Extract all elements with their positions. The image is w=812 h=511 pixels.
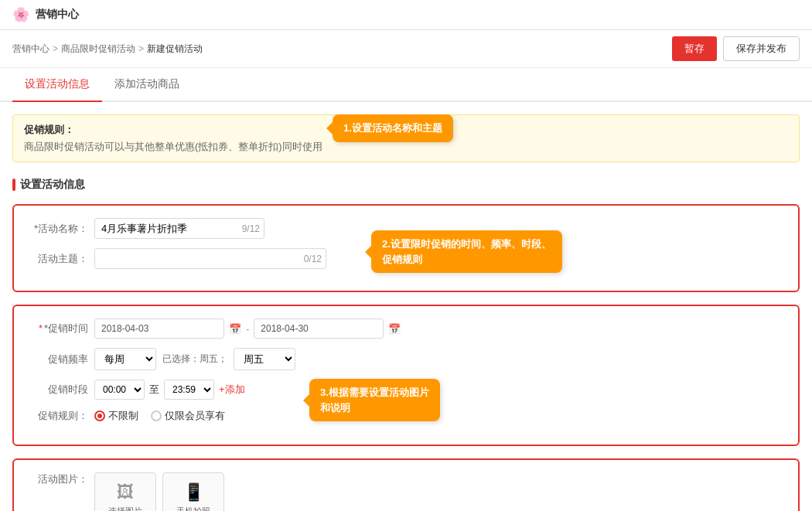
action-buttons: 暂存 保存并发布 [672, 36, 800, 61]
selected-days-info: 已选择：周五； [162, 353, 227, 366]
section-bar [12, 179, 15, 191]
add-period-link[interactable]: +添加 [219, 383, 245, 397]
theme-char-count: 0/12 [304, 254, 322, 264]
time-label: 促销时段 [26, 383, 88, 397]
logo-icon: 🌸 [12, 6, 29, 23]
breadcrumb-bar: 营销中心 > 商品限时促销活动 > 新建促销活动 暂存 保存并发布 [0, 30, 812, 68]
cal-icon-end: 📅 [388, 323, 401, 335]
tooltip-3: 3.根据需要设置活动图片 和说明 [309, 379, 440, 421]
upload-phone-btn[interactable]: 📱 手机拍照 [162, 472, 224, 511]
radio-member-only[interactable]: 仅限会员享有 [151, 409, 225, 423]
name-char-count: 9/12 [242, 223, 260, 234]
form-time-section: *促销时间 📅 - 📅 促销频率 每周 每天 每月 [12, 305, 800, 446]
cal-icon-start: 📅 [229, 323, 241, 335]
app-title: 营销中心 [36, 8, 79, 22]
time-separator: 至 [149, 383, 159, 397]
freq-label: 促销频率 [26, 353, 88, 366]
radio-unlimited[interactable]: 不限制 [94, 409, 138, 423]
upload-phone-label: 手机拍照 [176, 506, 210, 512]
time-range: 00:00 至 23:59 +添加 [94, 380, 245, 400]
image-label: 活动图片： [26, 472, 88, 486]
form-row-promo-time: *促销时间 📅 - 📅 [26, 319, 786, 339]
tabs-bar: 设置活动信息 添加活动商品 [0, 68, 812, 102]
time-start-select[interactable]: 00:00 [94, 380, 145, 400]
upload-image-btn[interactable]: 🖼 选择图片 [94, 472, 156, 511]
form-row-freq: 促销频率 每周 每天 每月 已选择：周五； 周五 周一 周二 周三 周四 周六 [26, 348, 786, 370]
upload-image-icon: 🖼 [117, 482, 134, 502]
date-start-input[interactable] [94, 319, 224, 339]
header-bar: 🌸 营销中心 [0, 0, 812, 30]
freq-select[interactable]: 每周 每天 每月 [94, 348, 156, 370]
form-row-image: 活动图片： 🖼 选择图片 📱 手机拍照 [26, 472, 786, 511]
upload-image-label: 选择图片 [108, 506, 142, 512]
upload-phone-icon: 📱 [183, 482, 204, 502]
image-section: 活动图片： 🖼 选择图片 📱 手机拍照 [12, 458, 800, 511]
promo-rule-label: 促销规则： [26, 409, 88, 423]
section-title: 设置活动信息 [12, 178, 800, 192]
theme-input[interactable] [94, 248, 326, 269]
breadcrumb-link-promo[interactable]: 商品限时促销活动 [61, 43, 135, 56]
name-label: *活动名称： [26, 222, 88, 236]
date-separator: - [246, 323, 249, 335]
date-range: 📅 - 📅 [94, 319, 401, 339]
publish-button[interactable]: 保存并发布 [723, 36, 800, 61]
date-end-input[interactable] [254, 319, 384, 339]
breadcrumb-link-marketing[interactable]: 营销中心 [12, 43, 49, 56]
name-input[interactable] [94, 218, 264, 239]
tab-activity-info[interactable]: 设置活动信息 [12, 68, 102, 102]
breadcrumb-current: 新建促销活动 [147, 43, 203, 56]
breadcrumb: 营销中心 > 商品限时促销活动 > 新建促销活动 [12, 43, 203, 56]
theme-input-wrapper: 0/12 [94, 248, 326, 269]
content-area: 促销规则： 商品限时促销活动可以与其他整单优惠(抵扣券、整单折扣)同时使用 设置… [0, 102, 812, 511]
radio-dot-member [151, 411, 162, 421]
promo-rules-content: 商品限时促销活动可以与其他整单优惠(抵扣券、整单折扣)同时使用 [24, 140, 788, 154]
tooltip-2: 2.设置限时促销的时间、频率、时段、 促销规则 [371, 230, 562, 273]
radio-dot-unlimited [94, 411, 105, 421]
tab-add-product[interactable]: 添加活动商品 [102, 68, 192, 102]
radio-group: 不限制 仅限会员享有 [94, 409, 225, 423]
theme-label: 活动主题： [26, 252, 88, 266]
draft-button[interactable]: 暂存 [672, 36, 717, 61]
promo-time-label: *促销时间 [26, 322, 88, 336]
day-select[interactable]: 周五 周一 周二 周三 周四 周六 周日 [234, 348, 295, 370]
name-input-wrapper: 9/12 [94, 218, 264, 239]
tooltip-1: 1.设置活动名称和主题 [333, 114, 453, 142]
image-upload-row: 🖼 选择图片 📱 手机拍照 [94, 472, 275, 511]
time-end-select[interactable]: 23:59 [164, 380, 214, 400]
